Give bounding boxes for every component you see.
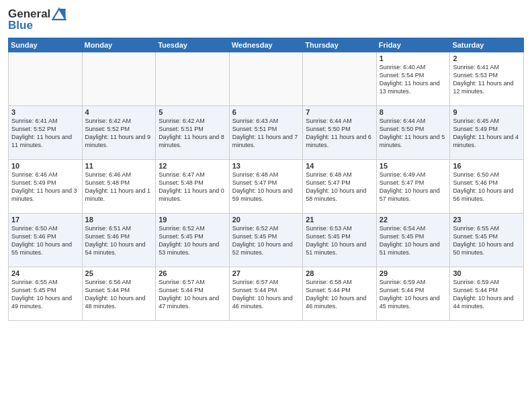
page-container: General Blue SundayMondayTuesdayWednesda… bbox=[0, 0, 532, 326]
cell-info: Sunrise: 6:45 AM Sunset: 5:49 PM Dayligh… bbox=[453, 117, 521, 150]
day-number: 8 bbox=[380, 108, 447, 116]
calendar-cell: 1Sunrise: 6:40 AM Sunset: 5:54 PM Daylig… bbox=[376, 52, 450, 106]
cell-info: Sunrise: 6:50 AM Sunset: 5:46 PM Dayligh… bbox=[453, 171, 521, 203]
day-number: 20 bbox=[232, 216, 300, 224]
day-number: 5 bbox=[159, 108, 226, 116]
calendar-cell bbox=[156, 52, 230, 106]
calendar-cell bbox=[229, 52, 303, 106]
cell-info: Sunrise: 6:42 AM Sunset: 5:52 PM Dayligh… bbox=[85, 117, 153, 150]
day-number: 7 bbox=[306, 108, 373, 116]
calendar-cell: 12Sunrise: 6:47 AM Sunset: 5:48 PM Dayli… bbox=[156, 160, 230, 214]
calendar-header-row: SundayMondayTuesdayWednesdayThursdayFrid… bbox=[9, 38, 524, 52]
calendar-cell: 5Sunrise: 6:42 AM Sunset: 5:51 PM Daylig… bbox=[156, 106, 230, 160]
cell-info: Sunrise: 6:54 AM Sunset: 5:45 PM Dayligh… bbox=[380, 224, 447, 257]
day-number: 14 bbox=[306, 162, 373, 170]
day-number: 3 bbox=[11, 108, 79, 116]
day-number: 25 bbox=[85, 269, 153, 277]
calendar-cell: 15Sunrise: 6:49 AM Sunset: 5:47 PM Dayli… bbox=[376, 160, 450, 214]
day-header-friday: Friday bbox=[376, 38, 450, 52]
calendar-cell: 13Sunrise: 6:48 AM Sunset: 5:47 PM Dayli… bbox=[229, 160, 303, 214]
calendar-cell: 27Sunrise: 6:57 AM Sunset: 5:44 PM Dayli… bbox=[229, 267, 303, 321]
cell-info: Sunrise: 6:44 AM Sunset: 5:50 PM Dayligh… bbox=[306, 117, 373, 150]
day-number: 30 bbox=[453, 269, 521, 277]
calendar-cell: 14Sunrise: 6:48 AM Sunset: 5:47 PM Dayli… bbox=[303, 160, 377, 214]
cell-info: Sunrise: 6:49 AM Sunset: 5:47 PM Dayligh… bbox=[380, 171, 447, 203]
calendar-cell: 24Sunrise: 6:55 AM Sunset: 5:45 PM Dayli… bbox=[9, 267, 83, 321]
day-number: 9 bbox=[453, 108, 521, 116]
calendar-cell: 6Sunrise: 6:43 AM Sunset: 5:51 PM Daylig… bbox=[229, 106, 303, 160]
calendar-cell: 20Sunrise: 6:52 AM Sunset: 5:45 PM Dayli… bbox=[229, 214, 303, 267]
cell-info: Sunrise: 6:57 AM Sunset: 5:44 PM Dayligh… bbox=[232, 278, 300, 311]
day-number: 27 bbox=[232, 269, 300, 277]
cell-info: Sunrise: 6:59 AM Sunset: 5:44 PM Dayligh… bbox=[453, 278, 521, 311]
day-header-saturday: Saturday bbox=[450, 38, 524, 52]
day-number: 24 bbox=[11, 269, 79, 277]
calendar-cell: 2Sunrise: 6:41 AM Sunset: 5:53 PM Daylig… bbox=[450, 52, 524, 106]
day-number: 13 bbox=[232, 162, 300, 170]
week-row-1: 1Sunrise: 6:40 AM Sunset: 5:54 PM Daylig… bbox=[9, 52, 524, 106]
cell-info: Sunrise: 6:55 AM Sunset: 5:45 PM Dayligh… bbox=[11, 278, 79, 311]
week-row-5: 24Sunrise: 6:55 AM Sunset: 5:45 PM Dayli… bbox=[9, 267, 524, 321]
cell-info: Sunrise: 6:50 AM Sunset: 5:46 PM Dayligh… bbox=[11, 224, 79, 257]
cell-info: Sunrise: 6:59 AM Sunset: 5:44 PM Dayligh… bbox=[380, 278, 447, 311]
calendar-cell: 25Sunrise: 6:56 AM Sunset: 5:44 PM Dayli… bbox=[82, 267, 156, 321]
day-header-thursday: Thursday bbox=[303, 38, 377, 52]
calendar-cell bbox=[9, 52, 83, 106]
cell-info: Sunrise: 6:56 AM Sunset: 5:44 PM Dayligh… bbox=[85, 278, 153, 311]
calendar-cell: 4Sunrise: 6:42 AM Sunset: 5:52 PM Daylig… bbox=[82, 106, 156, 160]
logo-blue-text: Blue bbox=[8, 19, 33, 32]
day-number: 15 bbox=[380, 162, 447, 170]
day-number: 23 bbox=[453, 216, 521, 224]
cell-info: Sunrise: 6:58 AM Sunset: 5:44 PM Dayligh… bbox=[306, 278, 373, 311]
day-number: 19 bbox=[159, 216, 226, 224]
day-number: 28 bbox=[306, 269, 373, 277]
day-number: 18 bbox=[85, 216, 153, 224]
cell-info: Sunrise: 6:46 AM Sunset: 5:48 PM Dayligh… bbox=[85, 171, 153, 203]
cell-info: Sunrise: 6:41 AM Sunset: 5:52 PM Dayligh… bbox=[11, 117, 79, 150]
calendar-cell: 9Sunrise: 6:45 AM Sunset: 5:49 PM Daylig… bbox=[450, 106, 524, 160]
calendar-cell: 16Sunrise: 6:50 AM Sunset: 5:46 PM Dayli… bbox=[450, 160, 524, 214]
day-number: 2 bbox=[453, 54, 521, 62]
week-row-4: 17Sunrise: 6:50 AM Sunset: 5:46 PM Dayli… bbox=[9, 214, 524, 267]
week-row-3: 10Sunrise: 6:46 AM Sunset: 5:49 PM Dayli… bbox=[9, 160, 524, 214]
cell-info: Sunrise: 6:52 AM Sunset: 5:45 PM Dayligh… bbox=[159, 224, 226, 257]
cell-info: Sunrise: 6:42 AM Sunset: 5:51 PM Dayligh… bbox=[159, 117, 226, 150]
day-number: 29 bbox=[380, 269, 447, 277]
cell-info: Sunrise: 6:46 AM Sunset: 5:49 PM Dayligh… bbox=[11, 171, 79, 203]
calendar-cell: 7Sunrise: 6:44 AM Sunset: 5:50 PM Daylig… bbox=[303, 106, 377, 160]
day-number: 12 bbox=[159, 162, 226, 170]
calendar-cell: 22Sunrise: 6:54 AM Sunset: 5:45 PM Dayli… bbox=[376, 214, 450, 267]
calendar-cell: 29Sunrise: 6:59 AM Sunset: 5:44 PM Dayli… bbox=[376, 267, 450, 321]
cell-info: Sunrise: 6:40 AM Sunset: 5:54 PM Dayligh… bbox=[380, 63, 447, 96]
logo-triangle-icon bbox=[52, 7, 66, 21]
calendar-cell: 19Sunrise: 6:52 AM Sunset: 5:45 PM Dayli… bbox=[156, 214, 230, 267]
calendar-cell: 3Sunrise: 6:41 AM Sunset: 5:52 PM Daylig… bbox=[9, 106, 83, 160]
cell-info: Sunrise: 6:51 AM Sunset: 5:46 PM Dayligh… bbox=[85, 224, 153, 257]
day-number: 1 bbox=[380, 54, 447, 62]
calendar-cell: 28Sunrise: 6:58 AM Sunset: 5:44 PM Dayli… bbox=[303, 267, 377, 321]
calendar-cell: 26Sunrise: 6:57 AM Sunset: 5:44 PM Dayli… bbox=[156, 267, 230, 321]
logo: General Blue bbox=[8, 7, 66, 32]
day-header-wednesday: Wednesday bbox=[229, 38, 303, 52]
header: General Blue bbox=[8, 7, 524, 32]
cell-info: Sunrise: 6:52 AM Sunset: 5:45 PM Dayligh… bbox=[232, 224, 300, 257]
calendar-cell bbox=[303, 52, 377, 106]
day-number: 21 bbox=[306, 216, 373, 224]
cell-info: Sunrise: 6:57 AM Sunset: 5:44 PM Dayligh… bbox=[159, 278, 226, 311]
week-row-2: 3Sunrise: 6:41 AM Sunset: 5:52 PM Daylig… bbox=[9, 106, 524, 160]
calendar-cell: 17Sunrise: 6:50 AM Sunset: 5:46 PM Dayli… bbox=[9, 214, 83, 267]
cell-info: Sunrise: 6:41 AM Sunset: 5:53 PM Dayligh… bbox=[453, 63, 521, 96]
cell-info: Sunrise: 6:47 AM Sunset: 5:48 PM Dayligh… bbox=[159, 171, 226, 203]
day-number: 6 bbox=[232, 108, 300, 116]
day-number: 10 bbox=[11, 162, 79, 170]
day-header-monday: Monday bbox=[82, 38, 156, 52]
calendar-cell: 10Sunrise: 6:46 AM Sunset: 5:49 PM Dayli… bbox=[9, 160, 83, 214]
logo-wrapper: General Blue bbox=[8, 7, 66, 32]
day-number: 16 bbox=[453, 162, 521, 170]
calendar-cell bbox=[82, 52, 156, 106]
calendar-table: SundayMondayTuesdayWednesdayThursdayFrid… bbox=[8, 38, 524, 321]
day-header-tuesday: Tuesday bbox=[156, 38, 230, 52]
day-header-sunday: Sunday bbox=[9, 38, 83, 52]
day-number: 11 bbox=[85, 162, 153, 170]
calendar-cell: 21Sunrise: 6:53 AM Sunset: 5:45 PM Dayli… bbox=[303, 214, 377, 267]
